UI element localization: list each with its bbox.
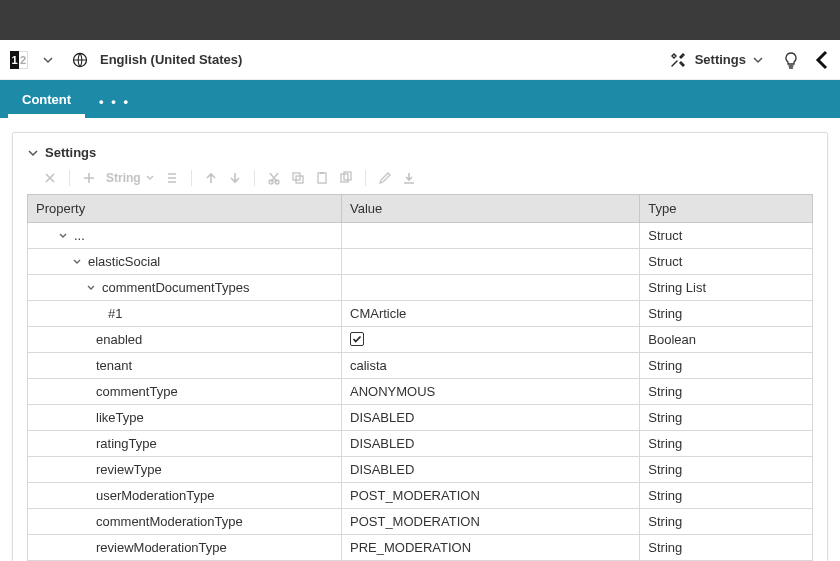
tab-content[interactable]: Content xyxy=(8,84,85,118)
settings-panel: Settings String Property xyxy=(12,132,828,561)
table-row[interactable]: tenantcalistaString xyxy=(28,353,813,379)
value-cell[interactable]: POST_MODERATION xyxy=(342,483,640,509)
download-icon[interactable] xyxy=(402,171,416,185)
window-titlebar xyxy=(0,0,840,40)
table-row[interactable]: #1CMArticleString xyxy=(28,301,813,327)
value-cell[interactable]: DISABLED xyxy=(342,457,640,483)
tree-expand-icon[interactable] xyxy=(70,255,84,269)
value-cell[interactable] xyxy=(342,275,640,301)
type-cell: String List xyxy=(640,275,813,301)
table-row[interactable]: ratingTypeDISABLEDString xyxy=(28,431,813,457)
settings-dropdown[interactable] xyxy=(752,54,764,66)
value-cell[interactable] xyxy=(342,223,640,249)
table-row[interactable]: commentDocumentTypesString List xyxy=(28,275,813,301)
tools-icon xyxy=(669,51,687,69)
type-cell: String xyxy=(640,535,813,561)
type-cell: String xyxy=(640,301,813,327)
table-row[interactable]: commentTypeANONYMOUSString xyxy=(28,379,813,405)
property-name: enabled xyxy=(96,332,142,347)
hint-icon[interactable] xyxy=(782,51,800,69)
type-cell: Struct xyxy=(640,223,813,249)
value-cell[interactable]: DISABLED xyxy=(342,405,640,431)
settings-menu[interactable]: Settings xyxy=(695,52,746,67)
value-cell[interactable]: ANONYMOUS xyxy=(342,379,640,405)
logo-part-1: 1 xyxy=(10,51,19,69)
type-cell: String xyxy=(640,379,813,405)
table-row[interactable]: likeTypeDISABLEDString xyxy=(28,405,813,431)
type-dropdown-label: String xyxy=(106,171,141,185)
property-name: likeType xyxy=(96,410,144,425)
type-cell: String xyxy=(640,457,813,483)
type-cell: String xyxy=(640,405,813,431)
type-cell: Struct xyxy=(640,249,813,275)
table-row[interactable]: ...Struct xyxy=(28,223,813,249)
move-up-icon[interactable] xyxy=(204,171,218,185)
type-cell: String xyxy=(640,483,813,509)
app-logo: 1 2 xyxy=(10,51,28,69)
value-cell[interactable]: PRE_MODERATION xyxy=(342,535,640,561)
chevron-down-icon xyxy=(27,147,39,159)
cut-icon[interactable] xyxy=(267,171,281,185)
logo-dropdown[interactable] xyxy=(42,54,54,66)
type-cell: Boolean xyxy=(640,327,813,353)
struct-toolbar: String xyxy=(27,168,813,194)
copy-icon[interactable] xyxy=(291,171,305,185)
value-cell[interactable]: DISABLED xyxy=(342,431,640,457)
section-title: Settings xyxy=(45,145,96,160)
svg-rect-6 xyxy=(320,172,324,174)
property-name: reviewType xyxy=(96,462,162,477)
globe-icon[interactable] xyxy=(72,52,88,68)
language-selector[interactable]: English (United States) xyxy=(100,52,242,67)
settings-table: Property Value Type ...StructelasticSoci… xyxy=(27,194,813,561)
tab-label: Content xyxy=(22,92,71,107)
section-header[interactable]: Settings xyxy=(27,143,813,168)
paste-icon[interactable] xyxy=(315,171,329,185)
value-cell[interactable]: CMArticle xyxy=(342,301,640,327)
property-name: commentType xyxy=(96,384,178,399)
add-icon[interactable] xyxy=(82,171,96,185)
checkbox-checked-icon[interactable] xyxy=(350,332,364,346)
tree-expand-icon[interactable] xyxy=(84,281,98,295)
delete-icon[interactable] xyxy=(43,171,57,185)
property-name: userModerationType xyxy=(96,488,215,503)
table-row[interactable]: elasticSocialStruct xyxy=(28,249,813,275)
col-value[interactable]: Value xyxy=(342,195,640,223)
col-type[interactable]: Type xyxy=(640,195,813,223)
property-name: commentModerationType xyxy=(96,514,243,529)
property-name: elasticSocial xyxy=(88,254,160,269)
tree-expand-icon[interactable] xyxy=(56,229,70,243)
table-row[interactable]: userModerationTypePOST_MODERATIONString xyxy=(28,483,813,509)
duplicate-icon[interactable] xyxy=(339,171,353,185)
list-icon[interactable] xyxy=(165,171,179,185)
type-cell: String xyxy=(640,353,813,379)
tab-bar: Content • • • xyxy=(0,80,840,118)
value-cell[interactable]: POST_MODERATION xyxy=(342,509,640,535)
property-name: ... xyxy=(74,228,85,243)
tab-more[interactable]: • • • xyxy=(85,84,144,118)
property-name: reviewModerationType xyxy=(96,540,227,555)
svg-rect-5 xyxy=(318,173,326,183)
move-down-icon[interactable] xyxy=(228,171,242,185)
property-name: #1 xyxy=(108,306,122,321)
type-cell: String xyxy=(640,509,813,535)
property-name: commentDocumentTypes xyxy=(102,280,249,295)
table-row[interactable]: enabledBoolean xyxy=(28,327,813,353)
property-name: tenant xyxy=(96,358,132,373)
edit-icon[interactable] xyxy=(378,171,392,185)
logo-part-2: 2 xyxy=(19,51,28,69)
collapse-panel-icon[interactable] xyxy=(814,50,830,70)
property-name: ratingType xyxy=(96,436,157,451)
type-dropdown[interactable]: String xyxy=(106,171,155,185)
value-cell[interactable] xyxy=(342,249,640,275)
value-cell[interactable]: calista xyxy=(342,353,640,379)
table-row[interactable]: commentModerationTypePOST_MODERATIONStri… xyxy=(28,509,813,535)
top-toolbar: 1 2 English (United States) Settings xyxy=(0,40,840,80)
table-row[interactable]: reviewModerationTypePRE_MODERATIONString xyxy=(28,535,813,561)
type-cell: String xyxy=(640,431,813,457)
table-row[interactable]: reviewTypeDISABLEDString xyxy=(28,457,813,483)
value-cell[interactable] xyxy=(342,327,640,353)
col-property[interactable]: Property xyxy=(28,195,342,223)
